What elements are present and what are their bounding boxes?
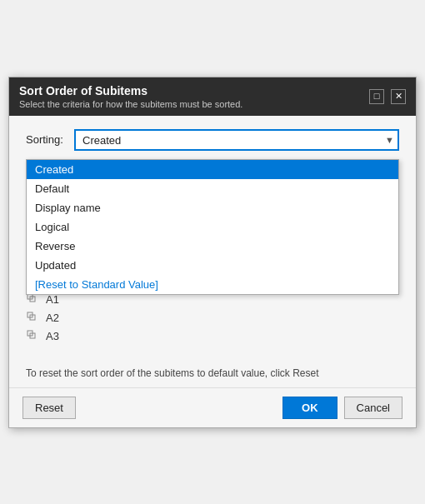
reset-button[interactable]: Reset xyxy=(22,397,76,419)
dialog-title: Sort Order of Subitems xyxy=(19,84,242,97)
subitem-row: A2 xyxy=(26,311,399,326)
bottom-section: To reset the sort order of the subitems … xyxy=(9,357,416,379)
dropdown-item-display-name[interactable]: Display name xyxy=(27,198,398,217)
subitem-label-a3: A3 xyxy=(46,330,59,342)
sorting-dropdown-list: Created Default Display name Logical Rev… xyxy=(26,159,399,295)
sorting-select[interactable]: CreatedDefaultDisplay nameLogicalReverse… xyxy=(74,129,399,151)
dropdown-item-created[interactable]: Created xyxy=(27,160,398,179)
title-bar: Sort Order of Subitems Select the criter… xyxy=(9,77,416,116)
close-button[interactable]: ✕ xyxy=(391,89,406,104)
subitem-row: A3 xyxy=(26,329,399,344)
dropdown-item-logical[interactable]: Logical xyxy=(27,217,398,237)
subitems-area: A1 A2 A3 xyxy=(26,292,399,344)
subitem-icon-a3 xyxy=(26,329,41,344)
title-bar-left: Sort Order of Subitems Select the criter… xyxy=(19,84,242,109)
dropdown-item-updated[interactable]: Updated xyxy=(27,256,398,275)
hint-text: To reset the sort order of the subitems … xyxy=(26,367,319,379)
sorting-select-wrapper: CreatedDefaultDisplay nameLogicalReverse… xyxy=(74,129,399,151)
sort-order-dialog: Sort Order of Subitems Select the criter… xyxy=(8,77,417,428)
minimize-button[interactable]: □ xyxy=(369,89,384,104)
dropdown-item-reverse[interactable]: Reverse xyxy=(27,237,398,256)
dropdown-item-reset[interactable]: [Reset to Standard Value] xyxy=(27,275,398,294)
sorting-row: Sorting: CreatedDefaultDisplay nameLogic… xyxy=(26,129,399,151)
title-bar-controls: □ ✕ xyxy=(369,89,406,104)
ok-button[interactable]: OK xyxy=(282,397,338,419)
subitem-icon-a2 xyxy=(26,311,41,326)
dialog-body: Sorting: CreatedDefaultDisplay nameLogic… xyxy=(9,116,416,357)
subitem-label-a2: A2 xyxy=(46,312,59,324)
dropdown-item-default[interactable]: Default xyxy=(27,179,398,198)
subitem-label-a1: A1 xyxy=(46,293,59,306)
footer-right: OK Cancel xyxy=(282,397,402,419)
sorting-label: Sorting: xyxy=(26,133,68,146)
dialog-footer: Reset OK Cancel xyxy=(9,387,416,427)
dialog-subtitle: Select the criteria for how the subitems… xyxy=(19,99,242,109)
cancel-button[interactable]: Cancel xyxy=(344,397,402,419)
